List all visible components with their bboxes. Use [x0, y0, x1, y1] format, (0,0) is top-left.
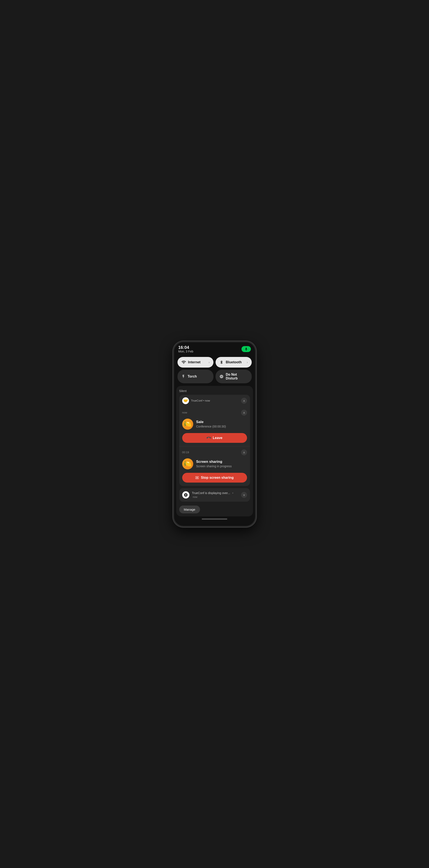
- status-time: 16:04: [178, 345, 193, 349]
- notif-timestamp-1: now: [182, 411, 187, 414]
- tile-internet-arrow: ›: [209, 361, 210, 364]
- fruit-emoji-2: 🍋: [184, 461, 191, 467]
- trueconf-notification-card: 🤝 TrueConf • now ∧ now ∧ 🍋 Sale Con: [179, 395, 250, 486]
- status-date: Mon, 3 Feb: [178, 350, 193, 353]
- phone-frame: 16:04 Mon, 3 Feb Internet ›: [173, 341, 256, 527]
- notifications-area: Silent 🤝 TrueConf • now ∧ now ∧ 🍋: [176, 386, 253, 516]
- overlay-trueconf-icon: [182, 491, 189, 498]
- leave-icon: 📞: [206, 435, 211, 440]
- tile-bluetooth-label: Bluetooth: [226, 360, 245, 364]
- overlay-timestamp: •: [232, 492, 233, 495]
- trueconf-app-icon: 🤝: [182, 397, 189, 404]
- notif-app-name: TrueConf • now: [191, 399, 239, 402]
- overlay-timestamp-value: now: [193, 496, 197, 498]
- screen-sharing-subtitle: Screen sharing in progress: [196, 465, 247, 468]
- notif-timestamp-2: 00:19: [182, 451, 189, 454]
- status-right: [242, 346, 251, 352]
- silent-label: Silent: [179, 389, 250, 393]
- sale-subtitle: Conference (00:00:30): [196, 425, 247, 428]
- overlay-expand-button[interactable]: ∨: [241, 492, 247, 498]
- sale-avatar: 🍋: [182, 418, 193, 430]
- notif-section-header-2: 00:19 ∧: [182, 450, 247, 455]
- status-left: 16:04 Mon, 3 Feb: [178, 345, 193, 353]
- bluetooth-icon: [219, 360, 224, 364]
- leave-label: Leave: [213, 436, 222, 440]
- trueconf-overlay-notif: TrueConf is displaying over... • now ∨: [179, 488, 250, 502]
- stop-screen-sharing-icon: [195, 476, 199, 479]
- notif-section-sale: now ∧ 🍋 Sale Conference (00:00:30) 📞 Lea…: [179, 407, 250, 446]
- stop-screen-sharing-button[interactable]: Stop screen sharing: [182, 473, 247, 483]
- screen-sharing-text-block: Screen sharing Screen sharing in progres…: [196, 460, 247, 468]
- stop-screen-sharing-label: Stop screen sharing: [201, 476, 234, 479]
- tile-internet[interactable]: Internet ›: [178, 357, 214, 368]
- wifi-icon: [181, 360, 186, 365]
- sale-title: Sale: [196, 420, 247, 424]
- status-bar: 16:04 Mon, 3 Feb: [174, 342, 255, 355]
- sale-text-block: Sale Conference (00:00:30): [196, 420, 247, 428]
- notif-collapse-button[interactable]: ∧: [241, 398, 247, 404]
- quick-settings: Internet › Bluetooth › Torch: [174, 355, 255, 383]
- tile-bluetooth-arrow: ›: [247, 361, 248, 364]
- screen-sharing-avatar: 🍋: [182, 458, 193, 469]
- notif-content-sale: 🍋 Sale Conference (00:00:30): [182, 418, 247, 430]
- notif-section-header-1: now ∧: [182, 410, 247, 415]
- notif-section1-collapse-button[interactable]: ∧: [241, 410, 247, 415]
- notif-content-screen-sharing: 🍋 Screen sharing Screen sharing in progr…: [182, 458, 247, 469]
- tile-bluetooth[interactable]: Bluetooth ›: [216, 357, 252, 368]
- tile-torch[interactable]: Torch: [178, 370, 214, 383]
- screen-sharing-title: Screen sharing: [196, 460, 247, 464]
- notif-card-header: 🤝 TrueConf • now ∧: [179, 395, 250, 407]
- tile-dnd-label: Do Not Disturb: [226, 373, 248, 380]
- tile-torch-label: Torch: [188, 375, 210, 378]
- overlay-text-group: TrueConf is displaying over... • now: [192, 491, 239, 499]
- notif-section-screen-sharing: 00:19 ∧ 🍋 Screen sharing Screen sharing …: [179, 446, 250, 486]
- fruit-emoji-1: 🍋: [184, 421, 191, 427]
- torch-icon: [181, 374, 186, 379]
- leave-button[interactable]: 📞 Leave: [182, 433, 247, 443]
- tile-internet-label: Internet: [188, 360, 207, 364]
- manage-button[interactable]: Manage: [179, 505, 200, 514]
- home-indicator: [202, 519, 227, 520]
- tile-dnd[interactable]: Do Not Disturb: [216, 370, 252, 383]
- microphone-icon: [244, 347, 248, 351]
- mic-badge: [242, 346, 251, 352]
- overlay-text: TrueConf is displaying over...: [192, 491, 230, 495]
- overlay-notif-inner: TrueConf is displaying over... • now ∨: [179, 488, 250, 502]
- dnd-icon: [219, 374, 224, 379]
- notif-section2-collapse-button[interactable]: ∧: [241, 450, 247, 455]
